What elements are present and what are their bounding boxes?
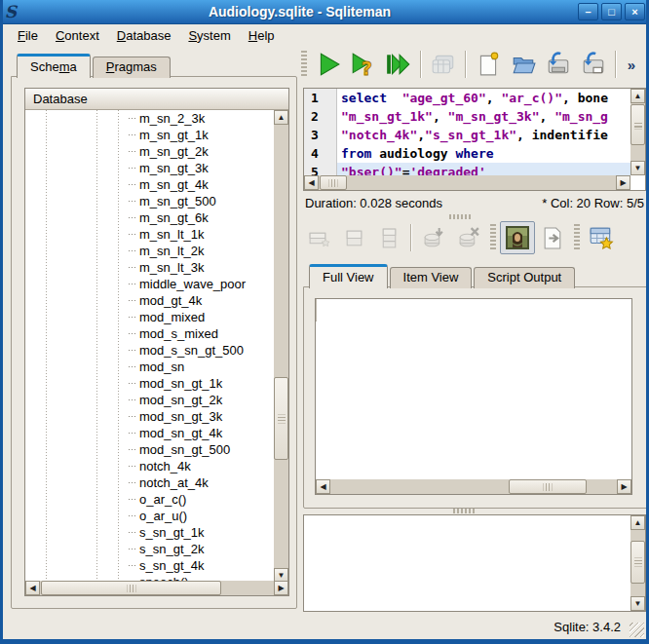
menu-system[interactable]: System bbox=[179, 25, 239, 46]
add-row-button[interactable] bbox=[301, 221, 336, 254]
sql-editor[interactable]: 12345 select "age_gt_60", "ar_c()", bone… bbox=[303, 88, 646, 191]
tree-item-s-sn-gt-4k[interactable]: s_sn_gt_4k bbox=[25, 557, 274, 574]
tree-item-mod-sn-gt-1k[interactable]: mod_sn_gt_1k bbox=[25, 375, 274, 392]
tree-item-o-ar-u-[interactable]: o_ar_u() bbox=[25, 508, 274, 524]
menu-help[interactable]: Help bbox=[240, 25, 284, 46]
code-line-3[interactable]: "notch_4k","s_sn_gt_1k", indentifie bbox=[337, 126, 630, 144]
query-log-panel[interactable]: ▲ ▼ bbox=[303, 514, 646, 612]
run-explain-button[interactable]: ? bbox=[346, 48, 381, 81]
editor-code-area[interactable]: select "age_gt_60", "ar_c()", bone"m_sn_… bbox=[337, 89, 630, 175]
tree-item-m-sn-gt-3k[interactable]: m_sn_gt_3k bbox=[25, 160, 274, 176]
editor-hscrollbar[interactable]: ◀ ▶ bbox=[304, 175, 630, 190]
tree-item-s-sn-gt-2k[interactable]: s_sn_gt_2k bbox=[25, 541, 274, 557]
menu-file[interactable]: File bbox=[9, 25, 47, 46]
scroll-up-icon[interactable]: ▲ bbox=[630, 515, 645, 530]
titlebar[interactable]: S Audiology.sqlite - Sqliteman –□× bbox=[0, 0, 649, 24]
editor-vscrollbar[interactable]: ▲ ▼ bbox=[630, 89, 645, 175]
tree-item-m-sn-lt-1k[interactable]: m_sn_lt_1k bbox=[25, 226, 274, 243]
new-file-button[interactable] bbox=[471, 48, 506, 81]
tree-hscroll-thumb[interactable] bbox=[41, 581, 221, 595]
remove-row-button[interactable] bbox=[371, 221, 406, 254]
tree-item-o-ar-c-[interactable]: o_ar_c() bbox=[25, 491, 274, 508]
tree-vscroll-thumb[interactable] bbox=[274, 377, 288, 460]
tab-script-output[interactable]: Script Output bbox=[474, 267, 575, 288]
toolbar-drag-handle[interactable] bbox=[490, 224, 496, 251]
tree-item-m-sn-gt-1k[interactable]: m_sn_gt_1k bbox=[25, 127, 274, 143]
commit-button[interactable] bbox=[416, 221, 451, 254]
tab-full-view[interactable]: Full View bbox=[309, 264, 388, 288]
tree-header-database[interactable]: Database bbox=[25, 89, 288, 110]
run-all-button[interactable] bbox=[381, 48, 416, 81]
scroll-up-icon[interactable]: ▲ bbox=[630, 89, 645, 103]
tree-item-mod-sn[interactable]: mod_sn bbox=[25, 359, 274, 375]
scroll-left-icon[interactable]: ◀ bbox=[316, 479, 330, 494]
tree-item-mod-s-sn-gt-500[interactable]: mod_s_sn_gt_500 bbox=[25, 342, 274, 359]
tree-item-mod-s-mixed[interactable]: mod_s_mixed bbox=[25, 325, 274, 342]
menu-context[interactable]: Context bbox=[47, 25, 108, 46]
scroll-down-icon[interactable]: ▼ bbox=[630, 596, 645, 611]
tab-pragmas[interactable]: Pragmas bbox=[93, 57, 171, 78]
minimize-button[interactable]: – bbox=[578, 3, 598, 20]
run-sql-button[interactable] bbox=[311, 48, 346, 81]
splitter-handle[interactable] bbox=[453, 509, 475, 513]
image-preview-button[interactable] bbox=[500, 221, 535, 254]
tree-item-mod-sn-gt-2k[interactable]: mod_sn_gt_2k bbox=[25, 392, 274, 408]
tree-item-m-sn-gt-500[interactable]: m_sn_gt_500 bbox=[25, 193, 274, 209]
grid-hscroll-thumb[interactable] bbox=[509, 479, 587, 494]
scroll-right-icon[interactable]: ▶ bbox=[617, 479, 631, 494]
scroll-left-icon[interactable]: ◀ bbox=[304, 175, 319, 190]
duplicate-row-button[interactable] bbox=[336, 221, 371, 254]
save-button[interactable] bbox=[541, 48, 576, 81]
tree-item-label: mod_mixed bbox=[139, 309, 205, 325]
code-line-5[interactable]: "bser()"='degraded' bbox=[337, 163, 630, 175]
tree-item-middle-wave-poor[interactable]: middle_wave_poor bbox=[25, 276, 274, 292]
tab-item-view[interactable]: Item View bbox=[390, 267, 473, 288]
save-as-button[interactable] bbox=[576, 48, 611, 81]
create-view-button[interactable] bbox=[584, 221, 619, 254]
tab-schema[interactable]: Schema bbox=[17, 54, 91, 78]
tree-item-m-sn-lt-2k[interactable]: m_sn_lt_2k bbox=[25, 243, 274, 259]
line-number: 1 bbox=[304, 89, 336, 107]
menu-database[interactable]: Database bbox=[108, 25, 180, 46]
log-vscrollbar[interactable]: ▲ ▼ bbox=[630, 515, 645, 611]
tree-item-notch-4k[interactable]: notch_4k bbox=[25, 458, 274, 474]
tree-item-notch-at-4k[interactable]: notch_at_4k bbox=[25, 474, 274, 491]
tree-hscrollbar[interactable]: ◀ ▶ bbox=[25, 581, 288, 595]
open-file-button[interactable] bbox=[506, 48, 541, 81]
editor-vscroll-thumb[interactable] bbox=[630, 104, 645, 145]
tree-item-m-sn-lt-3k[interactable]: m_sn_lt_3k bbox=[25, 259, 274, 276]
tree-vscrollbar[interactable]: ▲ ▼ bbox=[274, 110, 288, 583]
resize-grip[interactable] bbox=[630, 623, 644, 637]
edit-item-icon bbox=[541, 226, 565, 250]
scroll-right-icon[interactable]: ▶ bbox=[274, 581, 288, 595]
toolbar-drag-handle[interactable] bbox=[574, 224, 580, 251]
grid-hscrollbar[interactable]: ◀ ▶ bbox=[316, 479, 631, 494]
code-line-1[interactable]: select "age_gt_60", "ar_c()", bone bbox=[337, 89, 630, 107]
code-line-4[interactable]: from audiology where bbox=[337, 144, 630, 163]
scroll-right-icon[interactable]: ▶ bbox=[616, 175, 630, 190]
scroll-left-icon[interactable]: ◀ bbox=[25, 581, 40, 595]
tree-item-m-sn-gt-2k[interactable]: m_sn_gt_2k bbox=[25, 143, 274, 160]
scroll-up-icon[interactable]: ▲ bbox=[274, 110, 288, 125]
editor-hscroll-thumb[interactable] bbox=[320, 175, 347, 190]
toolbar-overflow-button[interactable]: » bbox=[621, 48, 642, 81]
tree-item-mod-mixed[interactable]: mod_mixed bbox=[25, 309, 274, 325]
tree-item-mod-sn-gt-500[interactable]: mod_sn_gt_500 bbox=[25, 441, 274, 458]
rollback-button[interactable] bbox=[451, 221, 486, 254]
close-button[interactable]: × bbox=[625, 3, 645, 20]
tree-item-m-sn-gt-6k[interactable]: m_sn_gt_6k bbox=[25, 209, 274, 226]
log-vscroll-thumb[interactable] bbox=[630, 541, 645, 584]
tree-item-mod-sn-gt-4k[interactable]: mod_sn_gt_4k bbox=[25, 425, 274, 441]
tree-item-m-sn-2-3k[interactable]: m_sn_2_3k bbox=[25, 110, 274, 127]
edit-item-button[interactable] bbox=[535, 221, 570, 254]
scroll-down-icon[interactable]: ▼ bbox=[630, 161, 645, 175]
tree-item-m-sn-gt-4k[interactable]: m_sn_gt_4k bbox=[25, 176, 274, 193]
branch-connector-icon bbox=[129, 350, 137, 351]
tree-item-s-sn-gt-1k[interactable]: s_sn_gt_1k bbox=[25, 524, 274, 541]
tree-item-mod-gt-4k[interactable]: mod_gt_4k bbox=[25, 292, 274, 309]
toolbar-drag-handle[interactable] bbox=[301, 51, 307, 78]
code-line-2[interactable]: "m_sn_gt_1k", "m_sn_gt_3k", "m_sn_g bbox=[337, 107, 630, 126]
tree-item-mod-sn-gt-3k[interactable]: mod_sn_gt_3k bbox=[25, 408, 274, 425]
show-table-button[interactable] bbox=[426, 48, 461, 81]
maximize-button[interactable]: □ bbox=[601, 3, 622, 20]
